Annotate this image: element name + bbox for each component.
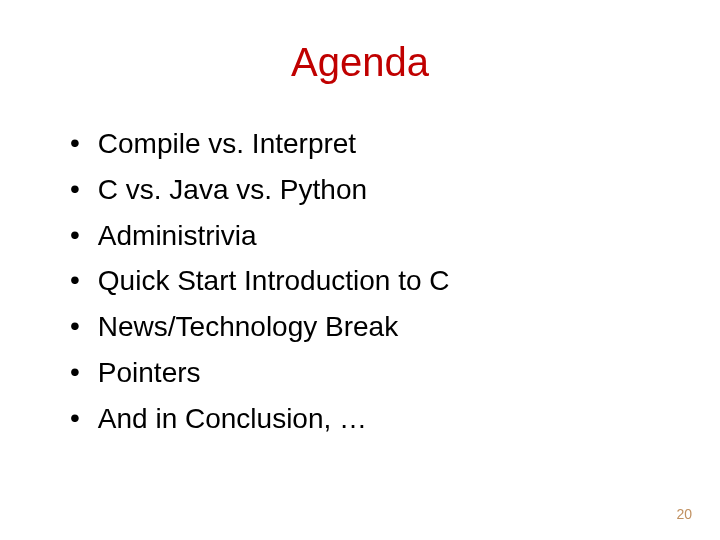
page-number: 20 xyxy=(676,506,692,522)
bullet-icon: • xyxy=(70,171,80,207)
list-item: • And in Conclusion, … xyxy=(70,400,670,438)
bullet-text: C vs. Java vs. Python xyxy=(98,171,367,209)
bullet-text: Administrivia xyxy=(98,217,257,255)
list-item: • Administrivia xyxy=(70,217,670,255)
bullet-list: • Compile vs. Interpret • C vs. Java vs.… xyxy=(50,125,670,438)
bullet-icon: • xyxy=(70,308,80,344)
bullet-text: Compile vs. Interpret xyxy=(98,125,356,163)
list-item: • Compile vs. Interpret xyxy=(70,125,670,163)
list-item: • News/Technology Break xyxy=(70,308,670,346)
list-item: • Quick Start Introduction to C xyxy=(70,262,670,300)
bullet-text: And in Conclusion, … xyxy=(98,400,367,438)
list-item: • Pointers xyxy=(70,354,670,392)
bullet-icon: • xyxy=(70,354,80,390)
bullet-icon: • xyxy=(70,217,80,253)
bullet-icon: • xyxy=(70,262,80,298)
bullet-text: Pointers xyxy=(98,354,201,392)
bullet-icon: • xyxy=(70,125,80,161)
list-item: • C vs. Java vs. Python xyxy=(70,171,670,209)
slide-container: Agenda • Compile vs. Interpret • C vs. J… xyxy=(0,0,720,540)
bullet-text: Quick Start Introduction to C xyxy=(98,262,450,300)
bullet-icon: • xyxy=(70,400,80,436)
bullet-text: News/Technology Break xyxy=(98,308,398,346)
slide-title: Agenda xyxy=(50,40,670,85)
